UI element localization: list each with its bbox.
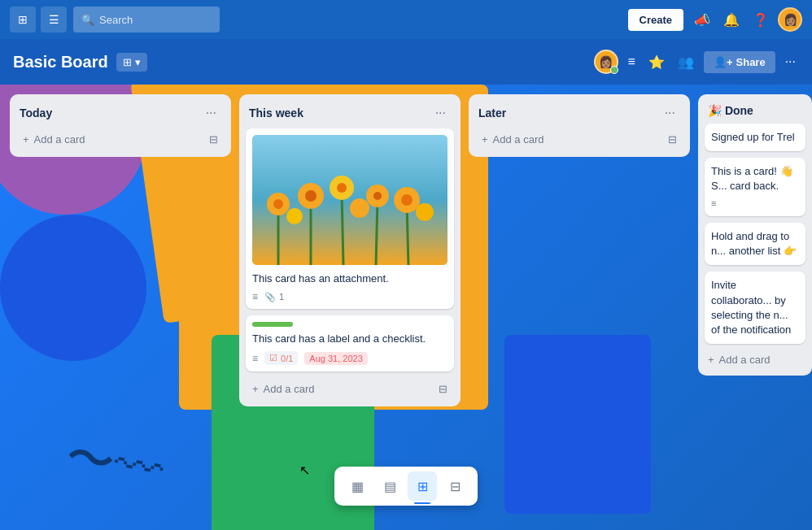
due-date-badge: Aug 31, 2023 bbox=[304, 352, 367, 365]
svg-point-9 bbox=[305, 190, 317, 202]
board-view-icon: ⊞ bbox=[123, 56, 132, 68]
done-add-card-button[interactable]: + Add a card bbox=[705, 350, 805, 369]
column-today: Today ··· + Add a card ⊟ bbox=[10, 94, 231, 157]
search-placeholder: Search bbox=[99, 14, 133, 26]
done-card-2[interactable]: This is a card! 👋 S... card back. ≡ bbox=[705, 158, 805, 216]
create-button[interactable]: Create bbox=[628, 9, 683, 31]
column-later-header: Later ··· bbox=[475, 101, 683, 128]
column-later-menu[interactable]: ··· bbox=[660, 104, 680, 122]
checklist-badge: ☑ 0/1 bbox=[264, 351, 298, 365]
this-week-add-card-label: Add a card bbox=[264, 383, 315, 395]
column-done-title: 🎉 Done bbox=[708, 104, 753, 117]
top-nav: ⊞ ☰ 🔍 Search Create 📣 🔔 ❓ 👩🏽 bbox=[0, 0, 812, 39]
plus-icon3: + bbox=[482, 133, 488, 146]
sidebar-icon[interactable]: ☰ bbox=[41, 7, 67, 33]
board-title: Basic Board bbox=[13, 53, 108, 72]
green-label bbox=[252, 322, 293, 327]
column-this-week-menu[interactable]: ··· bbox=[430, 104, 451, 122]
share-button[interactable]: 👤+ Share bbox=[704, 51, 775, 73]
card-attachment[interactable]: This card has an attachment. ≡ 📎 1 bbox=[246, 128, 454, 309]
svg-line-3 bbox=[342, 192, 343, 265]
done-card-drag[interactable]: Hold and drag to n... another list 👉 bbox=[705, 223, 805, 265]
done-card-invite-text: Invite collaborato... by selecting the n… bbox=[711, 279, 791, 336]
search-bar[interactable]: 🔍 Search bbox=[73, 7, 220, 33]
due-date: Aug 31, 2023 bbox=[309, 354, 362, 363]
done-card-2-text: This is a card! 👋 S... card back. bbox=[711, 165, 793, 192]
star-icon[interactable]: ⭐ bbox=[645, 51, 668, 73]
help-icon[interactable]: ❓ bbox=[749, 7, 773, 32]
card-attachment-text: This card has an attachment. bbox=[252, 272, 447, 286]
more-icon[interactable]: ··· bbox=[782, 51, 799, 72]
column-later: Later ··· + Add a card ⊟ bbox=[469, 94, 690, 157]
this-week-add-card-button[interactable]: + Add a card ⊟ bbox=[246, 378, 454, 400]
svg-point-17 bbox=[350, 198, 369, 218]
checklist-icon: ☑ bbox=[269, 353, 277, 363]
avatar-board-wrapper: 👩🏽 bbox=[594, 50, 618, 74]
done-card-1[interactable]: Signed up for Trel bbox=[705, 124, 805, 151]
description-icon: ≡ bbox=[252, 291, 258, 302]
column-this-week-header: This week ··· bbox=[246, 101, 454, 128]
checklist-count: 0/1 bbox=[281, 354, 293, 363]
plus-icon2: + bbox=[252, 383, 259, 395]
later-add-card-label: Add a card bbox=[493, 133, 544, 146]
paperclip-icon: 📎 bbox=[264, 292, 276, 302]
nav-right-icons: 📣 🔔 ❓ 👩🏽 bbox=[690, 7, 802, 32]
svg-line-4 bbox=[376, 200, 378, 265]
share-icon: 👤+ bbox=[714, 56, 733, 68]
megaphone-icon[interactable]: 📣 bbox=[690, 7, 714, 32]
done-card-2-meta: ≡ bbox=[711, 198, 799, 210]
svg-point-16 bbox=[286, 208, 303, 224]
plus-icon: + bbox=[23, 133, 29, 146]
today-add-card-button[interactable]: + Add a card ⊟ bbox=[16, 128, 225, 150]
squiggle-decoration: 〜〰 bbox=[60, 424, 168, 506]
board-view-label: ▾ bbox=[135, 56, 141, 68]
calendar-view-button[interactable]: ▤ bbox=[375, 471, 404, 501]
member-icon[interactable]: 👥 bbox=[674, 51, 697, 73]
card-attachment-meta: ≡ 📎 1 bbox=[252, 291, 447, 302]
board-header: Basic Board ⊞ ▾ 👩🏽 ≡ ⭐ 👥 👤+ Share ··· bbox=[0, 39, 812, 85]
column-later-title: Later bbox=[478, 106, 506, 119]
grid-icon2: ⊟ bbox=[450, 479, 461, 494]
user-avatar-nav[interactable]: 👩🏽 bbox=[778, 7, 802, 32]
board-area: 〜〰 Today ··· + Add a card ⊟ This week ··… bbox=[0, 85, 812, 530]
filter-icon[interactable]: ≡ bbox=[625, 51, 639, 72]
attachment-badge: 📎 1 bbox=[264, 292, 284, 302]
board-icon: ⊞ bbox=[417, 479, 428, 494]
plus-icon4: + bbox=[708, 354, 714, 366]
board-view-toggle[interactable]: ⊞ ▾ bbox=[116, 53, 147, 72]
search-icon: 🔍 bbox=[81, 14, 94, 26]
column-today-header: Today ··· bbox=[16, 101, 225, 128]
card-label-meta: ≡ ☑ 0/1 Aug 31, 2023 bbox=[252, 351, 447, 365]
column-today-title: Today bbox=[20, 106, 52, 119]
nav-app-icons: ⊞ ☰ bbox=[10, 7, 67, 33]
calendar-icon: ▤ bbox=[384, 479, 396, 494]
svg-point-18 bbox=[416, 203, 434, 221]
column-this-week-title: This week bbox=[249, 106, 303, 119]
done-card-invite[interactable]: Invite collaborato... by selecting the n… bbox=[705, 272, 805, 344]
user-avatar-board[interactable]: 👩🏽 bbox=[594, 50, 618, 74]
board-view-button[interactable]: ⊞ bbox=[408, 471, 437, 501]
svg-point-7 bbox=[273, 199, 283, 209]
grid-icon[interactable]: ⊞ bbox=[10, 7, 36, 33]
column-this-week: This week ··· bbox=[239, 94, 461, 406]
card-label-text: This card has a label and a checklist. bbox=[252, 332, 447, 346]
description-icon2: ≡ bbox=[252, 353, 258, 364]
later-add-card-button[interactable]: + Add a card ⊟ bbox=[475, 128, 683, 150]
grid-view-button[interactable]: ⊟ bbox=[440, 471, 469, 501]
table-view-button[interactable]: ▦ bbox=[343, 471, 372, 501]
done-card-drag-text: Hold and drag to n... another list 👉 bbox=[711, 230, 797, 257]
card-template-icon2: ⊟ bbox=[439, 383, 447, 395]
column-today-menu[interactable]: ··· bbox=[201, 104, 221, 122]
done-add-card-label: Add a card bbox=[719, 354, 771, 366]
online-badge bbox=[610, 66, 618, 74]
card-label-checklist[interactable]: This card has a label and a checklist. ≡… bbox=[246, 315, 454, 371]
done-card-2-icon: ≡ bbox=[711, 198, 716, 210]
svg-point-13 bbox=[373, 192, 382, 200]
today-add-card-label: Add a card bbox=[34, 133, 85, 146]
column-done-header: 🎉 Done bbox=[705, 101, 805, 124]
card-template-icon3: ⊟ bbox=[668, 133, 677, 146]
bell-icon[interactable]: 🔔 bbox=[719, 7, 744, 32]
svg-point-15 bbox=[401, 194, 413, 206]
attachment-count: 1 bbox=[279, 292, 284, 302]
column-done: 🎉 Done Signed up for Trel This is a card… bbox=[698, 94, 812, 376]
